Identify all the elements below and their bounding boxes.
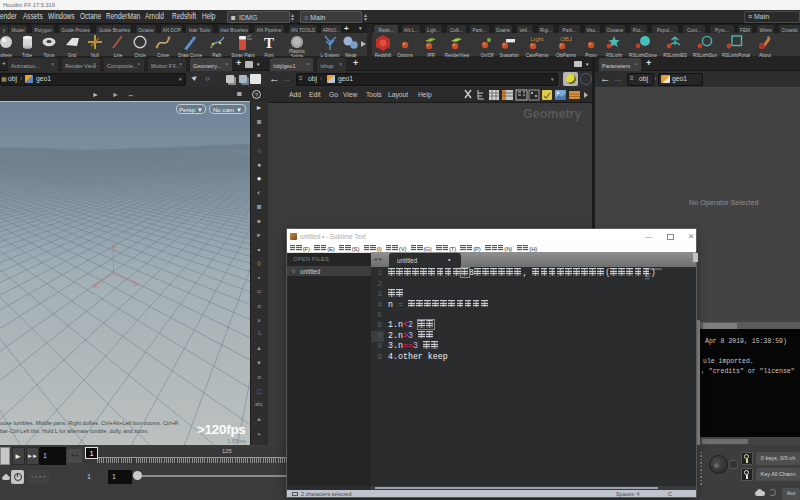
- svg-text:Light: Light: [530, 36, 543, 42]
- svg-text:T: T: [264, 35, 274, 51]
- svg-text:OBJ: OBJ: [560, 36, 572, 42]
